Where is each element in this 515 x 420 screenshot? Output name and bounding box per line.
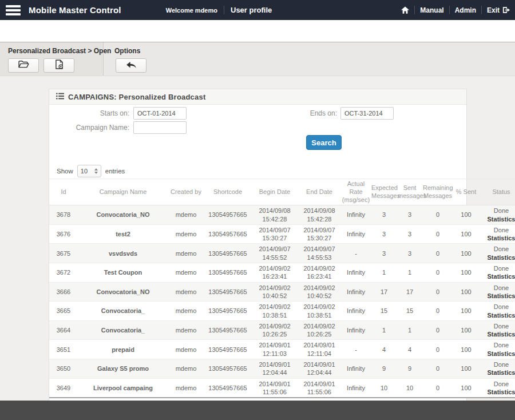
new-file-icon — [55, 60, 64, 72]
cell-campaign-name: Convocatoria_NO — [78, 205, 168, 225]
cell-created-by: mdemo — [168, 282, 204, 302]
cell-actual-rate: Infinity — [341, 302, 371, 321]
app-title: Mobile Master Control — [29, 5, 121, 15]
cell-begin-date: 2014/09/0715:30:27 — [252, 224, 298, 244]
cell-status: DoneStatistics — [479, 378, 515, 398]
cell-begin-date: 2014/09/0714:55:52 — [252, 244, 298, 263]
select-arrows-icon — [94, 168, 98, 174]
starts-on-input[interactable] — [133, 107, 187, 120]
column-header-actual-rate-msg-sec[interactable]: Actual Rate (msg/sec) — [341, 179, 371, 205]
statistics-link[interactable]: Statistics — [480, 369, 515, 377]
statistics-link[interactable]: Statistics — [480, 215, 515, 223]
cell-sent-messages: 3 — [397, 224, 422, 244]
back-button[interactable] — [116, 58, 146, 73]
column-header-remaining-messages[interactable]: Remaining Messages — [422, 179, 453, 205]
statistics-link[interactable]: Statistics — [480, 311, 515, 319]
toolbar-group-broadcast: Personalized Broadcast > Open — [0, 42, 104, 76]
user-profile-link[interactable]: User profile — [231, 6, 272, 14]
statistics-link[interactable]: Statistics — [480, 388, 515, 396]
cell-created-by: mdemo — [168, 263, 204, 283]
cell-remaining-messages: 0 — [422, 320, 453, 340]
cell-end-date: 2014/09/0111:55:06 — [298, 378, 341, 398]
starts-on-label: Starts on: — [49, 109, 129, 117]
cell-campaign-name: Galaxy S5 promo — [78, 359, 168, 379]
cell-sent-messages: 4 — [397, 340, 422, 359]
cell-sent-messages: 3 — [397, 244, 422, 263]
statistics-link[interactable]: Statistics — [480, 330, 515, 338]
statistics-link[interactable]: Statistics — [480, 234, 515, 242]
campaigns-table: IdCampaign NameCreated byShortcodeBegin … — [49, 179, 515, 398]
new-campaign-button[interactable] — [43, 58, 74, 73]
cell-campaign-name: prepaid — [78, 340, 168, 359]
cell-shortcode: 13054957665 — [204, 224, 252, 244]
toolbar: Personalized Broadcast > Open Options — [0, 42, 515, 76]
cell-pct-sent: 100 — [453, 320, 479, 340]
table-row: 3649Liverpool campaingmdemo1305495766520… — [49, 378, 515, 398]
cell-shortcode: 13054957665 — [204, 205, 252, 225]
list-icon — [56, 92, 64, 102]
filters-section: Starts on: Ends on: Campaign Name: Searc… — [49, 105, 466, 164]
nav-link-exit[interactable]: Exit — [487, 6, 500, 14]
cell-remaining-messages: 0 — [422, 205, 453, 225]
spacer-strip — [0, 20, 515, 42]
status-done-text: Done — [480, 284, 515, 292]
statistics-link[interactable]: Statistics — [480, 350, 515, 358]
cell-actual-rate: Infinity — [341, 224, 371, 244]
cell-end-date: 2014/09/0715:30:27 — [298, 224, 341, 244]
menu-icon[interactable] — [0, 0, 26, 20]
cell-shortcode: 13054957665 — [204, 320, 252, 340]
entries-select-value: 10 — [81, 168, 88, 175]
cell-created-by: mdemo — [168, 378, 204, 398]
cell-actual-rate: Infinity — [341, 320, 371, 340]
entries-select[interactable]: 10 — [77, 165, 101, 177]
statistics-link[interactable]: Statistics — [480, 253, 515, 261]
exit-icon[interactable] — [502, 6, 510, 14]
statistics-link[interactable]: Statistics — [480, 272, 515, 280]
table-row: 3664Convocatoria_mdemo130549576652014/09… — [49, 320, 515, 340]
cell-campaign-name: Test Coupon — [78, 263, 168, 283]
cell-remaining-messages: 0 — [422, 263, 453, 283]
show-label: Show — [57, 168, 73, 175]
cell-remaining-messages: 0 — [422, 302, 453, 321]
nav-link-admin[interactable]: Admin — [455, 6, 476, 14]
column-header-created-by[interactable]: Created by — [168, 179, 204, 205]
show-entries-row: Show 10 entries — [49, 164, 466, 179]
nav-link-manual[interactable]: Manual — [420, 6, 443, 14]
cell-id: 3651 — [49, 340, 78, 359]
cell-created-by: mdemo — [168, 205, 204, 225]
cell-id: 3672 — [49, 263, 78, 283]
column-header-sent-messages[interactable]: Sent messages — [397, 179, 422, 205]
table-row: 3676test2mdemo130549576652014/09/0715:30… — [49, 224, 515, 244]
cell-expected-messages: 15 — [371, 302, 397, 321]
cell-begin-date: 2014/09/0210:40:52 — [252, 282, 298, 302]
divider — [414, 6, 415, 14]
cell-shortcode: 13054957665 — [204, 244, 252, 263]
table-row: 3665Convocatoria_mdemo130549576652014/09… — [49, 302, 515, 321]
cell-actual-rate: - — [341, 340, 371, 359]
table-row: 3651prepaidmdemo130549576652014/09/0112:… — [49, 340, 515, 359]
cell-created-by: mdemo — [168, 359, 204, 379]
open-campaign-button[interactable] — [8, 58, 39, 73]
column-header-begin-date[interactable]: Begin Date — [252, 179, 298, 205]
column-header-sent[interactable]: % Sent — [453, 179, 479, 205]
column-header-campaign-name[interactable]: Campaign Name — [78, 179, 168, 205]
ends-on-input[interactable] — [340, 107, 394, 120]
column-header-end-date[interactable]: End Date — [298, 179, 341, 205]
cell-created-by: mdemo — [168, 244, 204, 263]
divider — [224, 6, 224, 14]
statistics-link[interactable]: Statistics — [480, 292, 515, 300]
column-header-shortcode[interactable]: Shortcode — [204, 179, 252, 205]
search-button[interactable]: Search — [306, 135, 342, 150]
home-icon[interactable] — [401, 6, 409, 14]
column-header-status[interactable]: Status — [479, 179, 515, 205]
cell-id: 3678 — [49, 205, 78, 225]
cell-id: 3675 — [49, 244, 78, 263]
table-row: 3672Test Couponmdemo130549576652014/09/0… — [49, 263, 515, 283]
cell-begin-date: 2014/09/0210:26:25 — [252, 320, 298, 340]
cell-end-date: 2014/09/0815:42:28 — [298, 205, 341, 225]
campaign-name-input[interactable] — [133, 121, 187, 134]
back-arrow-icon — [126, 61, 137, 71]
cell-sent-messages: 1 — [397, 263, 422, 283]
column-header-expected-messages[interactable]: Expected Messages — [371, 179, 397, 205]
column-header-id[interactable]: Id — [49, 179, 78, 205]
